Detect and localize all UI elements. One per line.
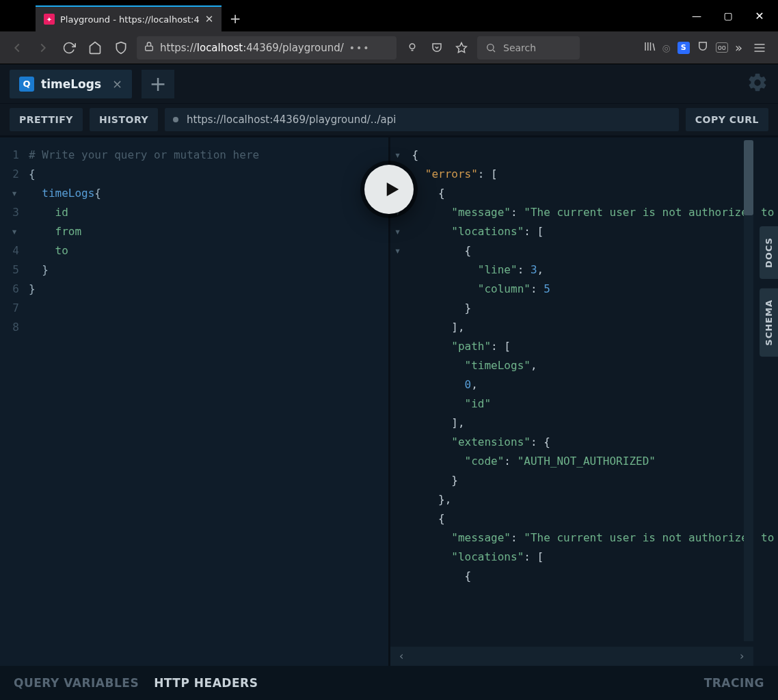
shield-icon[interactable] — [111, 38, 131, 58]
editor-gutter: 1 2 ▾ 3 ▾ 4 5 6 7 8 — [0, 137, 26, 666]
result-gutter: ▾ ▾ ▾ ▾ ▾ ▾ — [390, 137, 410, 666]
maximize-button[interactable]: ▢ — [712, 0, 744, 31]
favicon-icon: ✦ — [44, 14, 55, 25]
lightbulb-icon[interactable] — [402, 38, 422, 58]
search-placeholder: Search — [503, 42, 536, 53]
app-window: ✦ Playground - https://localhost:4 ✕ + —… — [0, 0, 778, 700]
execute-button[interactable] — [364, 165, 414, 214]
toolbar-right-icons: ◎ S oo » — [643, 40, 742, 55]
svg-point-3 — [487, 44, 494, 50]
search-icon — [485, 42, 496, 53]
browser-navbar: https://localhost:44369/playground/ ••• … — [0, 31, 778, 64]
browser-menu-button[interactable] — [748, 36, 771, 59]
endpoint-value: https://localhost:44369/playground/../ap… — [187, 113, 396, 126]
endpoint-input[interactable]: https://localhost:44369/playground/../ap… — [165, 108, 679, 131]
browser-tab-title: Playground - https://localhost:4 — [60, 14, 200, 25]
query-variables-tab[interactable]: QUERY VARIABLES — [14, 676, 139, 690]
svg-point-1 — [410, 44, 415, 49]
library-icon[interactable] — [643, 40, 656, 55]
search-bar[interactable]: Search — [477, 36, 580, 59]
playground-toolbar: PRETTIFY HISTORY https://localhost:44369… — [0, 104, 778, 135]
gear-icon — [747, 72, 768, 94]
prettify-button[interactable]: PRETTIFY — [10, 108, 83, 131]
status-dot-icon — [173, 117, 178, 122]
editor-code[interactable]: # Write your query or mutation here { ti… — [26, 137, 388, 666]
docs-tab[interactable]: DOCS — [760, 226, 778, 279]
result-horizontal-scrollbar[interactable]: ‹ › — [390, 647, 754, 666]
schema-tab[interactable]: SCHEMA — [760, 288, 778, 357]
extension-icon-1[interactable]: ◎ — [662, 42, 671, 53]
query-tab-active[interactable]: Q timeLogs × — [10, 70, 132, 98]
footer-bar: QUERY VARIABLES HTTP HEADERS TRACING — [0, 666, 778, 700]
ublock-icon[interactable] — [697, 40, 709, 55]
overflow-icon[interactable]: » — [735, 40, 742, 55]
browser-tab[interactable]: ✦ Playground - https://localhost:4 ✕ — [36, 5, 222, 31]
lock-icon — [144, 41, 155, 54]
pocket-icon[interactable] — [427, 38, 447, 58]
new-browser-tab-button[interactable]: + — [222, 5, 249, 31]
svg-marker-2 — [457, 42, 467, 52]
new-query-tab-button[interactable]: + — [142, 70, 174, 98]
close-query-tab-icon[interactable]: × — [112, 77, 122, 91]
history-button[interactable]: HISTORY — [90, 108, 158, 131]
url-bar[interactable]: https://localhost:44369/playground/ ••• — [137, 36, 397, 59]
query-tabs-row: Q timeLogs × + — [0, 64, 778, 104]
forward-button[interactable] — [33, 38, 53, 58]
result-pane[interactable]: ▾ ▾ ▾ ▾ ▾ ▾ { "errors": [ { "message": "… — [388, 137, 779, 666]
svg-rect-0 — [146, 46, 153, 51]
close-window-button[interactable]: ✕ — [744, 0, 775, 31]
result-scrollbar[interactable] — [744, 140, 753, 215]
urlbar-right-icons — [402, 38, 472, 58]
bookmark-star-icon[interactable] — [451, 38, 472, 58]
scroll-right-icon[interactable]: › — [738, 647, 745, 666]
playground-app: Q timeLogs × + PRETTIFY HISTORY https://… — [0, 64, 778, 700]
settings-button[interactable] — [747, 72, 768, 96]
home-button[interactable] — [85, 38, 105, 58]
reload-button[interactable] — [59, 38, 79, 58]
extension-icon-box[interactable]: oo — [716, 42, 728, 53]
workspace: 1 2 ▾ 3 ▾ 4 5 6 7 8 # Write your query o… — [0, 135, 778, 666]
minimize-button[interactable]: — — [681, 0, 712, 31]
result-code: { "errors": [ { "message": "The current … — [410, 137, 779, 666]
page-actions-overflow-icon[interactable]: ••• — [349, 42, 371, 53]
query-editor[interactable]: 1 2 ▾ 3 ▾ 4 5 6 7 8 # Write your query o… — [0, 137, 388, 666]
side-panel-tabs: DOCS SCHEMA — [760, 226, 778, 357]
url-text: https://localhost:44369/playground/ — [160, 42, 344, 54]
copy-curl-button[interactable]: COPY CURL — [686, 108, 768, 131]
back-button[interactable] — [7, 38, 27, 58]
play-icon — [381, 179, 401, 200]
query-tab-name: timeLogs — [41, 77, 101, 91]
extension-icon-s[interactable]: S — [678, 42, 690, 54]
scroll-left-icon[interactable]: ‹ — [399, 647, 405, 666]
close-tab-icon[interactable]: ✕ — [205, 13, 214, 25]
browser-titlebar: ✦ Playground - https://localhost:4 ✕ + —… — [0, 0, 778, 31]
tracing-tab[interactable]: TRACING — [704, 676, 764, 690]
query-type-badge: Q — [19, 77, 34, 92]
window-controls: — ▢ ✕ — [681, 0, 778, 31]
http-headers-tab[interactable]: HTTP HEADERS — [154, 676, 258, 690]
